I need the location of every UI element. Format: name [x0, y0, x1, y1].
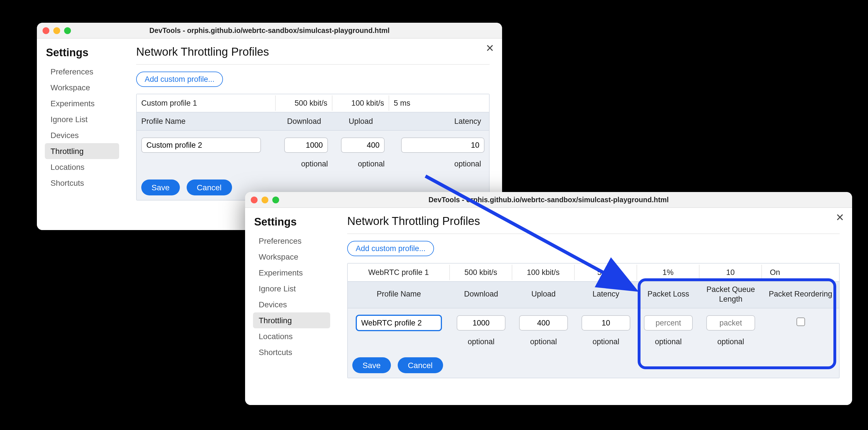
latency-input[interactable]: [401, 138, 485, 153]
queue-length-hint: optional: [700, 334, 762, 349]
col-upload: Upload: [512, 287, 575, 303]
profile-row[interactable]: Custom profile 1 500 kbit/s 100 kbit/s 5…: [137, 94, 489, 112]
profile-upload: 100 kbit/s: [512, 265, 575, 280]
profile-name-input[interactable]: [141, 138, 261, 153]
cancel-button[interactable]: Cancel: [187, 179, 232, 195]
profiles-table: WebRTC profile 1 500 kbit/s 100 kbit/s 5…: [347, 263, 840, 378]
edit-header-row: Profile Name Download Upload Latency Pac…: [348, 282, 839, 309]
profile-upload: 100 kbit/s: [333, 95, 389, 111]
settings-sidebar: Settings Preferences Workspace Experimen…: [37, 39, 119, 230]
zoom-dot[interactable]: [272, 196, 279, 203]
col-name: Profile Name: [348, 287, 450, 303]
profile-name: WebRTC profile 1: [348, 265, 450, 280]
cancel-button[interactable]: Cancel: [398, 357, 443, 373]
zoom-dot[interactable]: [64, 27, 71, 34]
upload-input[interactable]: [341, 138, 385, 153]
sidebar-item-preferences[interactable]: Preferences: [253, 233, 330, 249]
sidebar-item-locations[interactable]: Locations: [45, 159, 119, 175]
col-download: Download: [276, 114, 333, 129]
sidebar-title: Settings: [45, 47, 119, 59]
save-button[interactable]: Save: [141, 179, 180, 195]
window-title: DevTools - orphis.github.io/webrtc-sandb…: [245, 196, 852, 204]
latency-hint: optional: [389, 156, 489, 172]
packet-loss-input[interactable]: [644, 315, 693, 331]
sidebar-item-workspace[interactable]: Workspace: [253, 249, 330, 265]
save-button[interactable]: Save: [352, 357, 391, 373]
latency-input[interactable]: [582, 315, 630, 331]
upload-hint: optional: [333, 156, 389, 172]
profile-reordering: On: [762, 265, 839, 280]
profiles-table: Custom profile 1 500 kbit/s 100 kbit/s 5…: [136, 94, 490, 201]
sidebar-item-experiments[interactable]: Experiments: [45, 95, 119, 111]
download-input[interactable]: [284, 138, 328, 153]
close-dot[interactable]: [42, 27, 49, 34]
sidebar-title: Settings: [253, 216, 330, 228]
traffic-lights: [251, 196, 279, 203]
titlebar[interactable]: DevTools - orphis.github.io/webrtc-sandb…: [245, 192, 852, 208]
latency-hint: optional: [575, 334, 637, 349]
edit-row: [137, 131, 489, 156]
col-packet-loss: Packet Loss: [637, 287, 700, 303]
hints-row: optional optional optional: [137, 156, 489, 175]
traffic-lights: [42, 27, 71, 34]
col-queue-length: Packet Queue Length: [700, 282, 762, 308]
minimize-dot[interactable]: [261, 196, 268, 203]
download-hint: optional: [276, 156, 333, 172]
col-upload: Upload: [333, 114, 389, 129]
close-icon[interactable]: ✕: [836, 212, 844, 223]
devtools-window-after: DevTools - orphis.github.io/webrtc-sandb…: [245, 192, 852, 405]
page-title: Network Throttling Profiles: [136, 46, 490, 65]
col-reordering: Packet Reordering: [762, 287, 839, 303]
sidebar-item-locations[interactable]: Locations: [253, 328, 330, 344]
sidebar-item-ignore-list[interactable]: Ignore List: [45, 111, 119, 127]
col-name: Profile Name: [137, 114, 276, 129]
col-latency: Latency: [389, 114, 489, 129]
profile-latency: 5 ms: [575, 265, 637, 280]
page-title: Network Throttling Profiles: [347, 215, 840, 234]
col-download: Download: [450, 287, 512, 303]
profile-packet-loss: 1%: [637, 265, 700, 280]
button-row: Save Cancel: [348, 353, 839, 378]
sidebar-item-experiments[interactable]: Experiments: [253, 265, 330, 281]
profile-queue-length: 10: [700, 265, 762, 280]
profile-latency: 5 ms: [389, 95, 489, 111]
settings-panel: ✕ Network Throttling Profiles Add custom…: [330, 208, 852, 405]
settings-sidebar: Settings Preferences Workspace Experimen…: [245, 208, 330, 405]
edit-header-row: Profile Name Download Upload Latency: [137, 112, 489, 131]
window-title: DevTools - orphis.github.io/webrtc-sandb…: [37, 26, 502, 34]
sidebar-item-throttling[interactable]: Throttling: [253, 312, 330, 328]
upload-input[interactable]: [519, 315, 568, 331]
sidebar-item-throttling[interactable]: Throttling: [45, 143, 119, 159]
sidebar-item-shortcuts[interactable]: Shortcuts: [45, 175, 119, 191]
sidebar-item-devices[interactable]: Devices: [45, 127, 119, 143]
profile-download: 500 kbit/s: [450, 265, 512, 280]
download-input[interactable]: [457, 315, 506, 331]
profile-name-input[interactable]: [356, 315, 442, 331]
add-custom-profile-button[interactable]: Add custom profile...: [347, 241, 434, 256]
packet-loss-hint: optional: [637, 334, 700, 349]
sidebar-item-shortcuts[interactable]: Shortcuts: [253, 344, 330, 360]
download-hint: optional: [450, 334, 512, 349]
profile-name: Custom profile 1: [137, 95, 276, 111]
col-latency: Latency: [575, 287, 637, 303]
queue-length-input[interactable]: [706, 315, 755, 331]
close-icon[interactable]: ✕: [486, 43, 494, 53]
close-dot[interactable]: [251, 196, 257, 203]
upload-hint: optional: [512, 334, 575, 349]
titlebar[interactable]: DevTools - orphis.github.io/webrtc-sandb…: [37, 23, 502, 39]
sidebar-item-devices[interactable]: Devices: [253, 296, 330, 312]
profile-row[interactable]: WebRTC profile 1 500 kbit/s 100 kbit/s 5…: [348, 264, 839, 282]
sidebar-item-ignore-list[interactable]: Ignore List: [253, 281, 330, 296]
sidebar-item-workspace[interactable]: Workspace: [45, 80, 119, 95]
add-custom-profile-button[interactable]: Add custom profile...: [136, 71, 223, 87]
minimize-dot[interactable]: [53, 27, 60, 34]
reordering-checkbox[interactable]: [796, 318, 805, 326]
edit-row: [348, 309, 839, 334]
profile-download: 500 kbit/s: [276, 95, 333, 111]
hints-row: optional optional optional optional opti…: [348, 334, 839, 353]
sidebar-item-preferences[interactable]: Preferences: [45, 64, 119, 80]
